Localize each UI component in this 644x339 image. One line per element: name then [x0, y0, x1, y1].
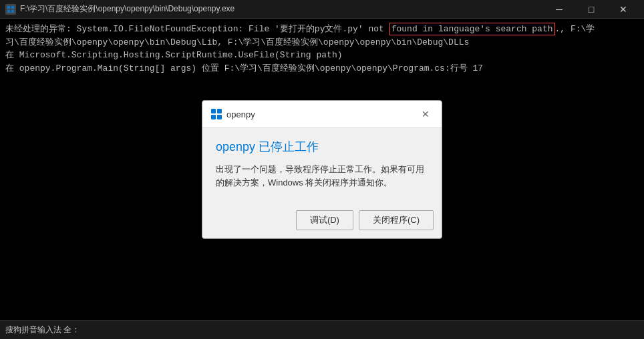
svg-rect-4 — [211, 109, 216, 113]
dialog-titlebar-left: openpy — [210, 108, 255, 120]
debug-button[interactable]: 调试(D) — [296, 210, 353, 230]
status-bar: 搜狗拼音输入法 全： — [0, 320, 644, 339]
dialog-heading: openpy 已停止工作 — [216, 139, 428, 155]
dialog-body: openpy 已停止工作 出现了一个问题，导致程序停止正常工作。如果有可用的解决… — [202, 128, 442, 205]
ime-status-text: 搜狗拼音输入法 全： — [5, 324, 79, 336]
dialog-app-icon — [210, 108, 222, 120]
dialog-overlay: openpy ✕ openpy 已停止工作 出现了一个问题，导致程序停止正常工作… — [0, 0, 644, 339]
close-program-button[interactable]: 关闭程序(C) — [359, 210, 434, 230]
dialog-buttons: 调试(D) 关闭程序(C) — [202, 205, 442, 238]
error-dialog: openpy ✕ openpy 已停止工作 出现了一个问题，导致程序停止正常工作… — [202, 100, 442, 239]
dialog-close-icon-button[interactable]: ✕ — [418, 106, 434, 122]
svg-rect-6 — [211, 115, 216, 119]
dialog-title-text: openpy — [226, 109, 255, 119]
svg-rect-5 — [217, 109, 222, 113]
dialog-message: 出现了一个问题，导致程序停止正常工作。如果有可用的解决方案，Windows 将关… — [216, 163, 428, 189]
svg-rect-7 — [217, 115, 222, 119]
dialog-titlebar: openpy ✕ — [202, 101, 442, 128]
